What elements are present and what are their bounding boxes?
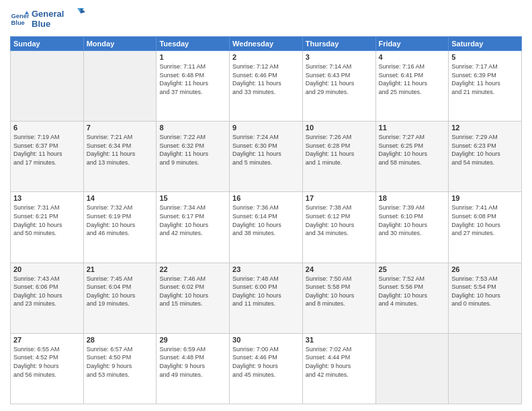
- day-number: 29: [159, 336, 226, 344]
- calendar-cell: [83, 51, 157, 122]
- day-header-tuesday: Tuesday: [157, 37, 230, 51]
- day-info: Sunrise: 7:36 AM Sunset: 6:14 PM Dayligh…: [232, 203, 300, 237]
- day-number: 7: [87, 124, 154, 132]
- day-number: 1: [159, 53, 226, 61]
- calendar-cell: 13Sunrise: 7:31 AM Sunset: 6:21 PM Dayli…: [11, 192, 84, 263]
- day-number: 10: [306, 124, 373, 132]
- calendar-week-2: 13Sunrise: 7:31 AM Sunset: 6:21 PM Dayli…: [11, 192, 522, 263]
- day-number: 15: [159, 194, 226, 202]
- day-number: 31: [306, 336, 373, 344]
- day-number: 19: [451, 194, 519, 202]
- day-info: Sunrise: 7:52 AM Sunset: 5:56 PM Dayligh…: [379, 275, 446, 308]
- day-number: 14: [87, 194, 154, 202]
- calendar-cell: 2Sunrise: 7:12 AM Sunset: 6:46 PM Daylig…: [230, 51, 303, 122]
- day-info: Sunrise: 7:29 AM Sunset: 6:23 PM Dayligh…: [451, 133, 519, 167]
- calendar-cell: 28Sunrise: 6:57 AM Sunset: 4:50 PM Dayli…: [83, 333, 157, 404]
- day-info: Sunrise: 7:26 AM Sunset: 6:28 PM Dayligh…: [306, 133, 373, 167]
- day-info: Sunrise: 7:21 AM Sunset: 6:34 PM Dayligh…: [87, 133, 154, 167]
- day-number: 26: [451, 265, 519, 273]
- day-info: Sunrise: 7:38 AM Sunset: 6:12 PM Dayligh…: [306, 203, 373, 237]
- day-number: 22: [159, 265, 226, 273]
- calendar-week-4: 27Sunrise: 6:55 AM Sunset: 4:52 PM Dayli…: [11, 333, 522, 404]
- day-number: 30: [232, 336, 300, 344]
- day-number: 4: [379, 53, 446, 61]
- day-info: Sunrise: 7:50 AM Sunset: 5:58 PM Dayligh…: [306, 275, 373, 308]
- logo: General Blue General Blue: [10, 7, 85, 32]
- day-number: 12: [451, 124, 519, 132]
- calendar-cell: 4Sunrise: 7:16 AM Sunset: 6:41 PM Daylig…: [375, 51, 449, 122]
- logo-icon: General Blue: [10, 10, 29, 29]
- svg-text:General: General: [32, 9, 64, 19]
- calendar-cell: 31Sunrise: 7:02 AM Sunset: 4:44 PM Dayli…: [302, 333, 375, 404]
- day-number: 20: [13, 265, 81, 273]
- calendar-cell: [11, 51, 84, 122]
- day-info: Sunrise: 7:14 AM Sunset: 6:43 PM Dayligh…: [306, 62, 373, 96]
- calendar-cell: 19Sunrise: 7:41 AM Sunset: 6:08 PM Dayli…: [449, 192, 522, 263]
- day-header-thursday: Thursday: [302, 37, 375, 51]
- day-info: Sunrise: 7:16 AM Sunset: 6:41 PM Dayligh…: [379, 62, 446, 96]
- day-header-monday: Monday: [83, 37, 157, 51]
- day-number: 23: [232, 265, 300, 273]
- calendar-week-1: 6Sunrise: 7:19 AM Sunset: 6:37 PM Daylig…: [11, 122, 522, 192]
- calendar-cell: 10Sunrise: 7:26 AM Sunset: 6:28 PM Dayli…: [302, 122, 375, 192]
- calendar-cell: 12Sunrise: 7:29 AM Sunset: 6:23 PM Dayli…: [449, 122, 522, 192]
- day-number: 13: [13, 194, 81, 202]
- calendar-cell: [375, 333, 449, 404]
- day-header-wednesday: Wednesday: [230, 37, 303, 51]
- day-info: Sunrise: 7:27 AM Sunset: 6:25 PM Dayligh…: [379, 133, 446, 167]
- page: General Blue General Blue SundayMondayTu…: [0, 0, 532, 411]
- day-number: 2: [232, 53, 300, 61]
- day-info: Sunrise: 7:32 AM Sunset: 6:19 PM Dayligh…: [87, 203, 154, 237]
- day-header-saturday: Saturday: [449, 37, 522, 51]
- day-info: Sunrise: 7:17 AM Sunset: 6:39 PM Dayligh…: [451, 62, 519, 96]
- day-info: Sunrise: 7:24 AM Sunset: 6:30 PM Dayligh…: [232, 133, 300, 167]
- day-number: 9: [232, 124, 300, 132]
- day-info: Sunrise: 7:22 AM Sunset: 6:32 PM Dayligh…: [159, 133, 226, 167]
- day-number: 6: [13, 124, 81, 132]
- calendar-cell: [449, 333, 522, 404]
- calendar-cell: 26Sunrise: 7:53 AM Sunset: 5:54 PM Dayli…: [449, 263, 522, 333]
- calendar-cell: 21Sunrise: 7:45 AM Sunset: 6:04 PM Dayli…: [83, 263, 157, 333]
- day-info: Sunrise: 7:19 AM Sunset: 6:37 PM Dayligh…: [13, 133, 81, 167]
- calendar-cell: 7Sunrise: 7:21 AM Sunset: 6:34 PM Daylig…: [83, 122, 157, 192]
- day-info: Sunrise: 7:12 AM Sunset: 6:46 PM Dayligh…: [232, 62, 300, 96]
- svg-text:Blue: Blue: [32, 19, 50, 29]
- calendar-cell: 24Sunrise: 7:50 AM Sunset: 5:58 PM Dayli…: [302, 263, 375, 333]
- day-info: Sunrise: 6:57 AM Sunset: 4:50 PM Dayligh…: [87, 345, 154, 379]
- calendar-week-0: 1Sunrise: 7:11 AM Sunset: 6:48 PM Daylig…: [11, 51, 522, 122]
- day-info: Sunrise: 7:53 AM Sunset: 5:54 PM Dayligh…: [451, 275, 519, 308]
- day-info: Sunrise: 7:31 AM Sunset: 6:21 PM Dayligh…: [13, 203, 81, 237]
- calendar-cell: 20Sunrise: 7:43 AM Sunset: 6:06 PM Dayli…: [11, 263, 84, 333]
- calendar-cell: 17Sunrise: 7:38 AM Sunset: 6:12 PM Dayli…: [302, 192, 375, 263]
- day-number: 16: [232, 194, 300, 202]
- calendar-cell: 14Sunrise: 7:32 AM Sunset: 6:19 PM Dayli…: [83, 192, 157, 263]
- calendar-cell: 11Sunrise: 7:27 AM Sunset: 6:25 PM Dayli…: [375, 122, 449, 192]
- calendar-cell: 27Sunrise: 6:55 AM Sunset: 4:52 PM Dayli…: [11, 333, 84, 404]
- day-number: 8: [159, 124, 226, 132]
- day-info: Sunrise: 7:41 AM Sunset: 6:08 PM Dayligh…: [451, 203, 519, 237]
- day-number: 18: [379, 194, 446, 202]
- day-header-friday: Friday: [375, 37, 449, 51]
- day-number: 17: [306, 194, 373, 202]
- day-info: Sunrise: 7:00 AM Sunset: 4:46 PM Dayligh…: [232, 345, 300, 379]
- calendar-cell: 3Sunrise: 7:14 AM Sunset: 6:43 PM Daylig…: [302, 51, 375, 122]
- calendar-cell: 23Sunrise: 7:48 AM Sunset: 6:00 PM Dayli…: [230, 263, 303, 333]
- calendar-cell: 30Sunrise: 7:00 AM Sunset: 4:46 PM Dayli…: [230, 333, 303, 404]
- calendar-cell: 25Sunrise: 7:52 AM Sunset: 5:56 PM Dayli…: [375, 263, 449, 333]
- day-number: 3: [306, 53, 373, 61]
- day-info: Sunrise: 7:34 AM Sunset: 6:17 PM Dayligh…: [159, 203, 226, 237]
- day-info: Sunrise: 7:11 AM Sunset: 6:48 PM Dayligh…: [159, 62, 226, 96]
- day-info: Sunrise: 7:45 AM Sunset: 6:04 PM Dayligh…: [87, 275, 154, 308]
- day-info: Sunrise: 6:55 AM Sunset: 4:52 PM Dayligh…: [13, 345, 81, 379]
- calendar-cell: 29Sunrise: 6:59 AM Sunset: 4:48 PM Dayli…: [157, 333, 230, 404]
- calendar-cell: 8Sunrise: 7:22 AM Sunset: 6:32 PM Daylig…: [157, 122, 230, 192]
- day-header-sunday: Sunday: [11, 37, 84, 51]
- calendar-cell: 15Sunrise: 7:34 AM Sunset: 6:17 PM Dayli…: [157, 192, 230, 263]
- calendar-cell: 1Sunrise: 7:11 AM Sunset: 6:48 PM Daylig…: [157, 51, 230, 122]
- calendar-cell: 5Sunrise: 7:17 AM Sunset: 6:39 PM Daylig…: [449, 51, 522, 122]
- day-number: 21: [87, 265, 154, 273]
- day-number: 28: [87, 336, 154, 344]
- day-info: Sunrise: 7:46 AM Sunset: 6:02 PM Dayligh…: [159, 275, 226, 308]
- day-info: Sunrise: 7:43 AM Sunset: 6:06 PM Dayligh…: [13, 275, 81, 308]
- calendar-header-row: SundayMondayTuesdayWednesdayThursdayFrid…: [11, 37, 522, 51]
